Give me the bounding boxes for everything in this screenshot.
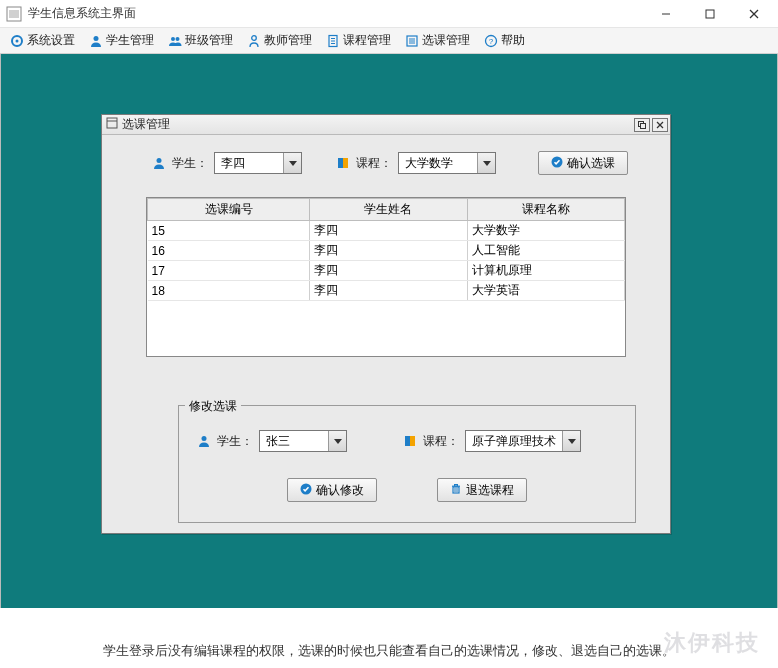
selection-table: 选课编号 学生姓名 课程名称 15 李四 大学数学 16: [146, 197, 626, 357]
teacher-icon: [247, 34, 261, 48]
table-row[interactable]: 16 李四 人工智能: [148, 241, 625, 261]
svg-text:?: ?: [489, 37, 494, 46]
window-title: 学生信息系统主界面: [28, 5, 644, 22]
window-list-icon: [106, 117, 118, 132]
modify-course-label: 课程：: [423, 433, 459, 450]
help-icon: ?: [484, 34, 498, 48]
chevron-down-icon: [562, 431, 580, 451]
modify-group: 修改选课 学生： 张三 课程： 原子弹原: [178, 405, 636, 523]
maximize-button[interactable]: [688, 0, 732, 28]
svg-rect-3: [706, 10, 714, 18]
menubar: 系统设置 学生管理 班级管理 教师管理 课程管理 选课管理 ? 帮助: [0, 28, 778, 54]
mdi-area: https://www.huzhan.com/ishop8803 选课管理: [0, 54, 778, 608]
menu-label: 系统设置: [27, 32, 75, 49]
svg-point-11: [252, 35, 257, 40]
internal-body: 学生： 李四 课程： 大学数学: [102, 135, 670, 533]
select-row: 学生： 李四 课程： 大学数学: [122, 151, 650, 175]
person-icon: [152, 156, 166, 170]
menu-label: 教师管理: [264, 32, 312, 49]
svg-rect-30: [343, 158, 348, 168]
document-icon: [336, 156, 350, 170]
svg-rect-29: [338, 158, 343, 168]
minimize-button[interactable]: [644, 0, 688, 28]
modify-course-combo[interactable]: 原子弹原理技术: [465, 430, 581, 452]
svg-point-8: [94, 36, 99, 41]
course-combo-value: 大学数学: [399, 153, 477, 173]
menu-system[interactable]: 系统设置: [4, 30, 81, 51]
course-combo[interactable]: 大学数学: [398, 152, 496, 174]
svg-rect-1: [9, 10, 19, 18]
check-icon: [300, 483, 312, 498]
svg-rect-22: [107, 118, 117, 128]
withdraw-button[interactable]: 退选课程: [437, 478, 527, 502]
chevron-down-icon: [328, 431, 346, 451]
table-header-row: 选课编号 学生姓名 课程名称: [148, 199, 625, 221]
internal-titlebar: 选课管理: [102, 115, 670, 135]
table-row[interactable]: 18 李四 大学英语: [148, 281, 625, 301]
menu-help[interactable]: ? 帮助: [478, 30, 531, 51]
modify-student-value: 张三: [260, 431, 328, 451]
internal-max-button[interactable]: [634, 118, 650, 132]
svg-rect-33: [405, 436, 410, 446]
menu-label: 选课管理: [422, 32, 470, 49]
student-combo[interactable]: 李四: [214, 152, 302, 174]
menu-student[interactable]: 学生管理: [83, 30, 160, 51]
col-student: 学生姓名: [310, 199, 467, 221]
internal-window: 选课管理 学生： 李四: [101, 114, 671, 534]
confirm-modify-button[interactable]: 确认修改: [287, 478, 377, 502]
person-icon: [89, 34, 103, 48]
svg-point-32: [202, 436, 207, 441]
window-controls: [644, 0, 776, 28]
col-course: 课程名称: [467, 199, 624, 221]
menu-teacher[interactable]: 教师管理: [241, 30, 318, 51]
document-icon: [326, 34, 340, 48]
svg-rect-40: [455, 484, 458, 486]
button-label: 确认选课: [567, 155, 615, 172]
close-button[interactable]: [732, 0, 776, 28]
modify-student-combo[interactable]: 张三: [259, 430, 347, 452]
table-row[interactable]: 17 李四 计算机原理: [148, 261, 625, 281]
modify-course-value: 原子弹原理技术: [466, 431, 562, 451]
modify-row: 学生： 张三 课程： 原子弹原理技术: [179, 424, 635, 452]
menu-label: 课程管理: [343, 32, 391, 49]
caption-text: 学生登录后没有编辑课程的权限，选课的时候也只能查看自己的选课情况，修改、退选自己…: [0, 642, 778, 660]
student-label: 学生：: [172, 155, 208, 172]
student-combo-value: 李四: [215, 153, 283, 173]
check-icon: [551, 156, 563, 171]
brand-watermark: 沐伊科技: [664, 628, 760, 658]
modify-group-title: 修改选课: [185, 398, 241, 415]
course-label: 课程：: [356, 155, 392, 172]
menu-label: 学生管理: [106, 32, 154, 49]
menu-select[interactable]: 选课管理: [399, 30, 476, 51]
document-icon: [403, 434, 417, 448]
gear-icon: [10, 34, 24, 48]
java-app-icon: [6, 6, 22, 22]
list-icon: [405, 34, 419, 48]
internal-close-button[interactable]: [652, 118, 668, 132]
modify-buttons: 确认修改 退选课程: [179, 478, 635, 502]
menu-label: 班级管理: [185, 32, 233, 49]
chevron-down-icon: [477, 153, 495, 173]
window-titlebar: 学生信息系统主界面: [0, 0, 778, 28]
chevron-down-icon: [283, 153, 301, 173]
menu-label: 帮助: [501, 32, 525, 49]
internal-title: 选课管理: [122, 116, 170, 133]
trash-icon: [450, 483, 462, 498]
svg-point-7: [16, 39, 19, 42]
button-label: 退选课程: [466, 482, 514, 499]
modify-student-label: 学生：: [217, 433, 253, 450]
svg-point-10: [176, 37, 180, 41]
people-icon: [168, 34, 182, 48]
col-id: 选课编号: [148, 199, 310, 221]
svg-rect-34: [410, 436, 415, 446]
button-label: 确认修改: [316, 482, 364, 499]
menu-course[interactable]: 课程管理: [320, 30, 397, 51]
svg-point-28: [157, 158, 162, 163]
person-icon: [197, 434, 211, 448]
svg-rect-25: [641, 123, 646, 128]
confirm-select-button[interactable]: 确认选课: [538, 151, 628, 175]
svg-rect-36: [453, 487, 459, 493]
table-row[interactable]: 15 李四 大学数学: [148, 221, 625, 241]
menu-class[interactable]: 班级管理: [162, 30, 239, 51]
svg-point-9: [171, 37, 175, 41]
